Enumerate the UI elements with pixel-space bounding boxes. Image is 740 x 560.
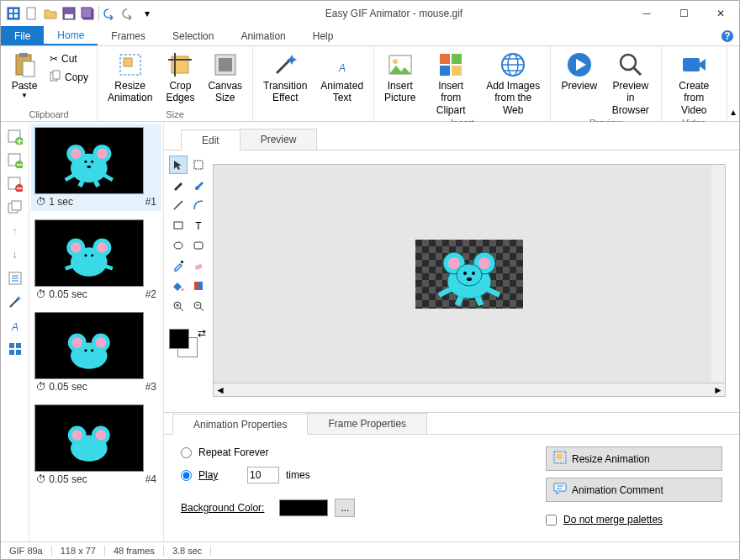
svg-rect-27	[440, 66, 450, 76]
resize-icon	[117, 51, 144, 78]
frame-thumb-4[interactable]: ⏱ 0.05 sec#4	[34, 404, 158, 485]
ribbon-collapse-icon[interactable]: ▴	[727, 103, 739, 121]
delete-frame-icon[interactable]	[5, 174, 25, 194]
selection-tab[interactable]: Selection	[159, 26, 227, 45]
fg-color-swatch[interactable]	[169, 329, 189, 349]
animated-text-icon: A	[329, 51, 356, 78]
repeat-forever-label[interactable]: Repeat Forever	[198, 446, 268, 458]
paste-label: Paste	[12, 80, 38, 92]
rounded-rect-tool[interactable]	[189, 236, 208, 255]
svg-text:A: A	[338, 62, 346, 74]
marquee-tool[interactable]	[189, 156, 208, 174]
add-frame-icon[interactable]	[5, 127, 25, 147]
pointer-tool[interactable]	[169, 156, 188, 174]
edit-tab[interactable]: Edit	[181, 129, 240, 151]
insert-picture-button[interactable]: Insert Picture	[379, 48, 420, 104]
zoom-out-tool[interactable]	[189, 297, 208, 315]
merge-palettes-checkbox[interactable]	[546, 515, 557, 526]
fill-tool[interactable]	[169, 277, 188, 295]
help-tab[interactable]: Help	[299, 26, 347, 45]
preview-button[interactable]: Preview	[556, 48, 602, 116]
eyedropper-tool[interactable]	[169, 256, 188, 275]
svg-point-67	[72, 338, 82, 348]
animation-comment-button[interactable]: Animation Comment	[546, 478, 722, 502]
line-tool[interactable]	[169, 196, 188, 214]
text-tool-icon[interactable]: A	[5, 315, 25, 335]
transition-effect-button[interactable]: Transition Effect	[258, 48, 312, 104]
curve-tool[interactable]	[189, 196, 208, 214]
resize-animation-button[interactable]: Resize Animation	[103, 48, 157, 104]
play-label[interactable]: Play	[198, 469, 240, 481]
replace-color-tool[interactable]	[189, 277, 208, 295]
pencil-tool[interactable]	[169, 176, 188, 194]
animation-properties-tab[interactable]: Animation Properties	[172, 414, 308, 435]
properties-icon[interactable]	[5, 268, 25, 288]
play-count-input[interactable]	[247, 467, 279, 483]
svg-point-52	[97, 149, 107, 159]
frame-thumb-1[interactable]: ⏱ 1 sec#1	[31, 124, 161, 211]
svg-rect-21	[219, 58, 232, 71]
bgcolor-swatch[interactable]	[279, 499, 328, 516]
home-tab[interactable]: Home	[44, 26, 98, 45]
svg-rect-16	[53, 71, 60, 79]
text-tool[interactable]: T	[189, 216, 208, 235]
add-images-web-button[interactable]: Add Images from the Web	[481, 48, 545, 116]
animation-tab[interactable]: Animation	[227, 26, 299, 45]
brush-tool[interactable]	[189, 176, 208, 194]
frame-thumb-3[interactable]: ⏱ 0.05 sec#3	[34, 312, 158, 393]
svg-point-50	[71, 149, 81, 159]
merge-palettes-label[interactable]: Do not merge palettes	[563, 514, 663, 526]
zoom-in-tool[interactable]	[169, 297, 188, 315]
open-icon[interactable]	[43, 6, 58, 21]
frames-tab[interactable]: Frames	[98, 26, 159, 45]
undo-icon[interactable]	[103, 6, 118, 21]
redo-icon[interactable]	[121, 6, 136, 21]
color-picker[interactable]: ⇄	[169, 329, 203, 359]
resize-icon	[553, 451, 567, 467]
rect-tool[interactable]	[169, 216, 188, 235]
bgcolor-picker-button[interactable]: ...	[335, 499, 355, 517]
copy-button[interactable]: Copy	[46, 68, 92, 86]
preview-browser-button[interactable]: Preview in Browser	[605, 48, 655, 116]
crop-edges-button[interactable]: Crop Edges	[161, 48, 199, 104]
preview-tab[interactable]: Preview	[240, 129, 318, 150]
insert-clipart-button[interactable]: Insert from Clipart	[424, 48, 478, 116]
maximize-button[interactable]: ☐	[665, 1, 702, 26]
frame-properties-tab[interactable]: Frame Properties	[307, 413, 427, 434]
svg-rect-7	[65, 14, 73, 18]
cut-button[interactable]: ✂Cut	[46, 51, 92, 66]
paste-button[interactable]: Paste▼	[6, 48, 43, 100]
tool-palette: T ⇄	[164, 151, 213, 404]
canvas-size-button[interactable]: Canvas Size	[203, 48, 247, 104]
move-up-icon[interactable]: ↑	[5, 221, 25, 241]
move-down-icon[interactable]: ↓	[5, 245, 25, 265]
save-all-icon[interactable]	[80, 6, 95, 21]
frames-panel[interactable]: ⏱ 1 sec#1 ⏱ 0.05 sec#2 ⏱ 0.05 sec#3 ⏱ 0.…	[29, 122, 164, 542]
new-icon[interactable]	[24, 6, 40, 21]
horizontal-scrollbar[interactable]: ◄►	[213, 383, 726, 397]
insert-frame-icon[interactable]	[5, 151, 25, 171]
resize-animation-button-2[interactable]: Resize Animation	[546, 446, 722, 471]
qat-dropdown-icon[interactable]: ▾	[140, 6, 155, 21]
canvas-viewport[interactable]	[213, 164, 726, 383]
file-tab[interactable]: File	[1, 26, 44, 45]
frame-thumb-2[interactable]: ⏱ 0.05 sec#2	[34, 219, 158, 300]
play-radio[interactable]	[181, 470, 192, 481]
repeat-forever-radio[interactable]	[181, 447, 192, 458]
canvas[interactable]	[415, 240, 523, 309]
svg-point-61	[97, 243, 107, 253]
close-button[interactable]: ✕	[702, 1, 739, 26]
save-icon[interactable]	[61, 6, 77, 21]
animated-text-button[interactable]: AAnimated Text	[315, 48, 368, 104]
frame-image	[34, 127, 144, 194]
eraser-tool[interactable]	[189, 256, 208, 275]
create-from-video-button[interactable]: Create from Video	[667, 48, 722, 116]
vertical-scrollbar[interactable]	[711, 165, 725, 383]
help-icon[interactable]: ?	[716, 26, 739, 45]
swap-colors-icon[interactable]: ⇄	[198, 327, 206, 339]
wand-icon[interactable]	[5, 292, 25, 312]
grid-icon[interactable]	[5, 339, 25, 359]
duplicate-frame-icon[interactable]	[5, 198, 25, 218]
ellipse-tool[interactable]	[169, 236, 188, 255]
minimize-button[interactable]: ─	[628, 1, 665, 26]
